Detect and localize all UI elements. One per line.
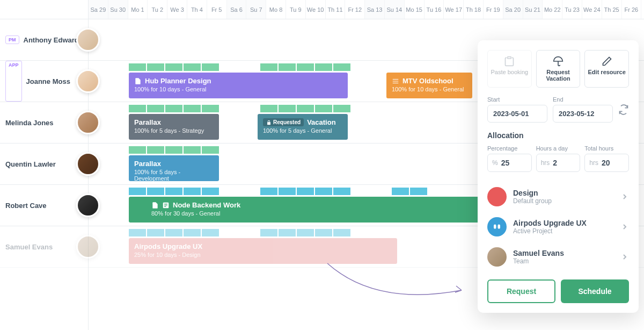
avatar (76, 152, 100, 176)
day-header: Sa 13 (365, 0, 385, 19)
pct-label: Percentage (487, 145, 532, 152)
booking[interactable]: Parallax 100% for 5 days - Strategy (129, 114, 219, 140)
day-header: Fr 5 (207, 0, 227, 19)
day-header: We 24 (582, 0, 602, 19)
avatar (487, 247, 507, 267)
day-header: Th 11 (326, 0, 346, 19)
group-icon (487, 187, 507, 206)
avatar (76, 69, 100, 93)
day-header: We 3 (167, 0, 187, 19)
start-label: Start (487, 96, 547, 103)
resource-row[interactable]: Robert Cave (0, 185, 88, 226)
project-icon (487, 217, 507, 236)
resource-selector[interactable]: Samuel Evans Team (487, 242, 629, 272)
hours-input[interactable] (553, 159, 575, 167)
annotation-arrow (322, 258, 472, 312)
day-header: Th 18 (464, 0, 484, 19)
day-header: Mo 22 (543, 0, 562, 19)
day-header: Fr 26 (622, 0, 642, 19)
resource-name: Melinda Jones (5, 119, 54, 127)
total-input[interactable] (602, 159, 624, 167)
project-selector[interactable]: Airpods Upgrade UX Active Project (487, 212, 629, 242)
day-header: Th 4 (187, 0, 207, 19)
chevron-right-icon (620, 223, 629, 231)
request-vacation-button[interactable]: Request Vacation (536, 50, 581, 88)
day-header: Su 30 (108, 0, 128, 19)
total-label: Total hours (584, 145, 629, 152)
resource-name: Quentin Lawler (5, 160, 56, 168)
role-badge: APP (5, 61, 22, 102)
day-header: Tu 23 (562, 0, 582, 19)
day-header: Mo 1 (128, 0, 148, 19)
resource-name: Samuel Evans (5, 243, 53, 251)
resource-list: PM Anthony Edwards APP Joanne Moss Melin… (0, 0, 89, 330)
resource-row[interactable]: APP Joanne Moss (0, 61, 88, 102)
pencil-icon (602, 56, 612, 67)
resource-name: Joanne Moss (26, 77, 70, 85)
sync-icon[interactable] (618, 104, 629, 115)
allocation-title: Allocation (487, 131, 629, 140)
resource-row[interactable]: PM Anthony Edwards (0, 19, 88, 61)
day-header: Su 14 (385, 0, 405, 19)
day-header: We 10 (306, 0, 326, 19)
booking[interactable]: RequestedVacation 100% for 5 days - Gene… (258, 114, 348, 140)
booking[interactable]: MTV Oldschool 100% for 10 days - General (386, 73, 472, 98)
end-date-input[interactable] (553, 105, 613, 123)
day-header: Fr 19 (484, 0, 503, 19)
schedule-button[interactable]: Schedule (561, 279, 629, 303)
hours-label: Hours a day (536, 145, 581, 152)
timeline-header: Sa 29Su 30Mo 1Tu 2We 3Th 4Fr 5Sa 6Su 7Mo… (89, 0, 644, 19)
day-header: Fr 12 (345, 0, 365, 19)
booking[interactable]: Hub Planner Design 100% for 10 days - Ge… (129, 73, 348, 98)
start-date-input[interactable] (487, 105, 547, 123)
resource-name: Anthony Edwards (24, 36, 83, 44)
request-button[interactable]: Request (487, 279, 555, 303)
paste-booking-button[interactable]: Paste booking (487, 50, 532, 88)
day-header: Su 7 (246, 0, 266, 19)
pct-input[interactable] (501, 159, 527, 167)
note-icon (151, 202, 159, 209)
day-header: Tu 9 (286, 0, 306, 19)
booking[interactable]: Parallax 100% for 5 days - Development (129, 155, 219, 181)
day-header: Sa 6 (227, 0, 247, 19)
list-icon (392, 77, 399, 85)
lock-icon (266, 120, 272, 125)
avatar (76, 28, 100, 52)
resource-name: Robert Cave (5, 202, 47, 210)
end-label: End (553, 96, 613, 103)
booking-panel: Paste booking Request Vacation Edit reso… (478, 40, 639, 313)
day-header: Mo 8 (266, 0, 286, 19)
role-badge: PM (5, 35, 19, 44)
day-header: Tu 2 (148, 0, 167, 19)
avatar (76, 111, 100, 134)
requested-badge: Requested (263, 118, 304, 126)
day-header: Mo 15 (405, 0, 425, 19)
resource-row[interactable]: Samuel Evans (0, 226, 88, 268)
day-header: Tu 16 (425, 0, 444, 19)
day-header: We 17 (444, 0, 464, 19)
group-selector[interactable]: Design Default group (487, 182, 629, 212)
list-icon (162, 202, 170, 209)
day-header: Th 25 (602, 0, 622, 19)
chevron-right-icon (620, 192, 629, 201)
day-header: Sa 29 (89, 0, 108, 19)
resource-row[interactable]: Melinda Jones (0, 102, 88, 144)
avatar (76, 193, 100, 217)
paste-icon (504, 56, 515, 67)
umbrella-icon (553, 56, 564, 67)
chevron-right-icon (620, 253, 629, 261)
day-header: Sa 20 (503, 0, 523, 19)
svg-rect-1 (508, 57, 511, 59)
resource-row[interactable]: Quentin Lawler (0, 144, 88, 185)
note-icon (134, 77, 142, 85)
edit-resource-button[interactable]: Edit resource (584, 50, 629, 88)
day-header: Su 21 (523, 0, 543, 19)
